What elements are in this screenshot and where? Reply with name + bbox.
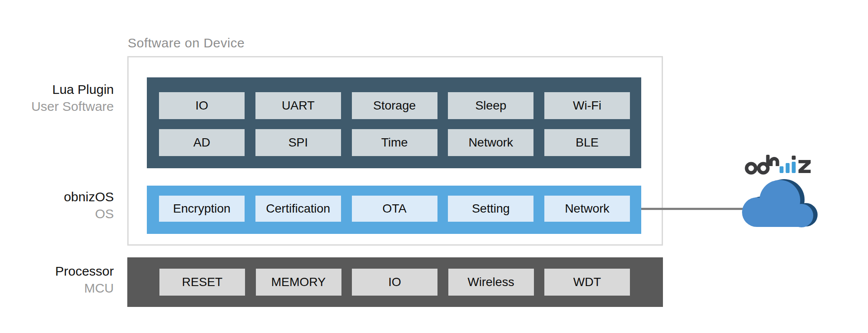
obniz-logo: [745, 155, 814, 176]
chip-ble: BLE: [544, 129, 630, 156]
label-user-software-sub: User Software: [17, 98, 114, 115]
label-processor-primary: Processor: [17, 263, 114, 280]
chip-network-user: Network: [448, 129, 533, 156]
chip-sleep: Sleep: [448, 92, 533, 119]
label-obnizos-primary: obnizOS: [17, 188, 114, 205]
label-os-sub: OS: [17, 205, 114, 222]
label-user-software: Lua Plugin User Software: [17, 81, 114, 115]
label-lua-plugin: Lua Plugin: [17, 81, 114, 98]
label-obnizos: obnizOS OS: [17, 188, 114, 222]
chip-network-os: Network: [544, 196, 630, 222]
obniz-cloud-icon: [739, 175, 825, 232]
user-software-chip-row-2: AD SPI Time Network BLE: [159, 129, 630, 156]
chip-ota: OTA: [352, 196, 437, 222]
chip-encryption: Encryption: [159, 196, 245, 222]
label-mcu-sub: MCU: [17, 280, 114, 296]
chip-reset: RESET: [159, 269, 245, 296]
label-processor: Processor MCU: [17, 263, 114, 296]
chip-storage: Storage: [352, 92, 437, 119]
chip-spi: SPI: [255, 129, 341, 156]
processor-chip-row: RESET MEMORY IO Wireless WDT: [159, 269, 630, 296]
layer-user-software-box: IO UART Storage Sleep Wi-Fi AD SPI Time …: [147, 77, 641, 168]
obnizos-chip-row: Encryption Certification OTA Setting Net…: [159, 196, 630, 222]
obniz-architecture-diagram: Software on Device Lua Plugin User Softw…: [0, 0, 868, 333]
chip-certification: Certification: [255, 196, 341, 222]
user-software-chip-row-1: IO UART Storage Sleep Wi-Fi: [159, 92, 630, 119]
chip-setting: Setting: [448, 196, 533, 222]
chip-ad: AD: [159, 129, 245, 156]
diagram-title: Software on Device: [128, 36, 245, 50]
chip-uart: UART: [255, 92, 341, 119]
os-to-cloud-connector-line: [641, 208, 751, 210]
chip-wifi: Wi-Fi: [544, 92, 630, 119]
chip-wdt: WDT: [544, 269, 630, 296]
chip-io-mcu: IO: [352, 269, 437, 296]
layer-processor-box: RESET MEMORY IO Wireless WDT: [127, 257, 663, 307]
chip-io: IO: [159, 92, 245, 119]
chip-wireless: Wireless: [448, 269, 534, 296]
chip-memory: MEMORY: [256, 269, 341, 296]
layer-obnizos-box: Encryption Certification OTA Setting Net…: [147, 186, 641, 234]
chip-time: Time: [352, 129, 437, 156]
